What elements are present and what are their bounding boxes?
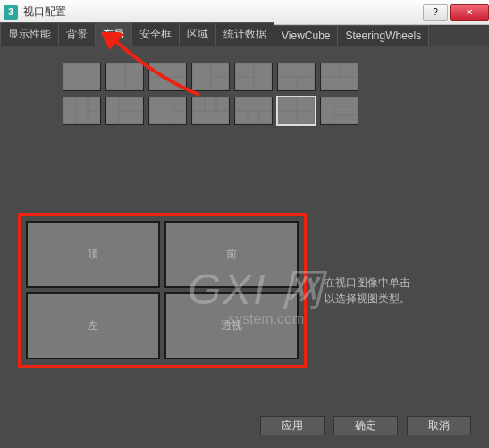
titlebar: 3 视口配置 ? ✕ [0,0,489,25]
help-button[interactable]: ? [423,4,448,21]
viewport-left[interactable]: 左 [26,292,160,359]
layout-option[interactable] [105,97,144,125]
layout-option[interactable] [63,63,101,91]
tab-background[interactable]: 背景 [58,22,96,46]
hint-text: 在视口图像中单击 以选择视图类型。 [325,275,410,307]
layout-option[interactable] [148,97,187,125]
tab-steeringwheels[interactable]: SteeringWheels [337,25,429,46]
viewport-top[interactable]: 顶 [26,221,160,288]
layout-option[interactable] [277,63,316,91]
layout-option[interactable] [191,63,230,91]
apply-button[interactable]: 应用 [260,416,325,435]
layout-option[interactable] [320,63,358,91]
tab-strip: 显示性能 背景 布局 安全框 区域 统计数据 ViewCube Steering… [0,25,489,46]
window-title: 视口配置 [23,4,421,20]
ok-button[interactable]: 确定 [333,416,398,435]
preview-highlight-box: 顶 前 左 透视 [18,213,307,368]
layout-option[interactable] [191,97,230,125]
layout-option[interactable] [234,97,273,125]
layout-option[interactable] [148,63,187,91]
tab-stats[interactable]: 统计数据 [215,22,274,46]
cancel-button[interactable]: 取消 [407,416,471,435]
tab-region[interactable]: 区域 [179,22,216,46]
tab-viewcube[interactable]: ViewCube [274,25,338,46]
close-button[interactable]: ✕ [450,4,489,21]
viewport-front[interactable]: 前 [164,221,299,288]
app-icon: 3 [4,5,18,20]
viewport-preview: 顶 前 左 透视 [26,221,299,359]
layout-thumbnails [18,63,471,125]
layout-option[interactable] [105,63,144,91]
viewport-perspective[interactable]: 透视 [164,292,299,359]
layout-option[interactable] [320,97,358,125]
layout-option[interactable] [234,63,273,91]
tab-layout[interactable]: 布局 [95,22,132,46]
layout-option[interactable] [63,97,101,125]
layout-panel: 顶 前 左 透视 在视口图像中单击 以选择视图类型。 应用 确定 取消 GXI … [0,46,489,448]
layout-option-selected[interactable] [277,97,316,125]
tab-display-perf[interactable]: 显示性能 [0,22,59,46]
tab-safeframe[interactable]: 安全框 [131,22,180,46]
